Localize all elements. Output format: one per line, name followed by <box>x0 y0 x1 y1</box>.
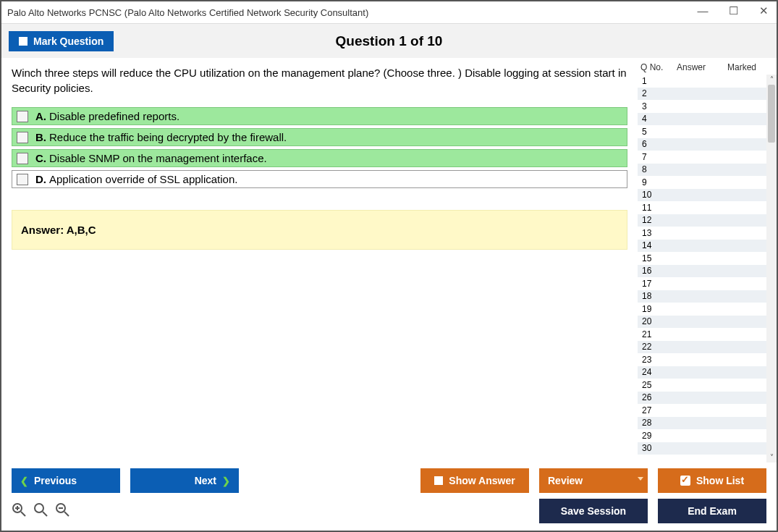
qlist-row[interactable]: 3 <box>638 100 766 113</box>
qlist-row[interactable]: 21 <box>638 328 766 341</box>
question-panel: Winch three steps will reduce the CPU ut… <box>1 58 638 463</box>
option-B[interactable]: B.Reduce the traffic being decrypted by … <box>12 128 627 146</box>
review-label: Review <box>548 475 583 486</box>
qlist-row[interactable]: 1 <box>638 75 766 88</box>
qlist-row[interactable]: 28 <box>638 417 766 430</box>
qlist-row[interactable]: 6 <box>638 138 766 151</box>
qlist-row[interactable]: 12 <box>638 214 766 227</box>
option-C[interactable]: C.Disable SNMP on the management interfa… <box>12 149 627 167</box>
window-controls: — ☐ ✕ <box>694 4 772 17</box>
chevron-right-icon: ❯ <box>222 476 230 486</box>
answer-box: Answer: A,B,C <box>12 210 627 250</box>
col-answer: Answer <box>677 62 727 72</box>
qlist-row[interactable]: 11 <box>638 201 766 214</box>
save-session-label: Save Session <box>561 505 626 517</box>
chevron-down-icon <box>638 477 643 481</box>
qlist-row[interactable]: 10 <box>638 189 766 202</box>
qlist-row[interactable]: 17 <box>638 277 766 290</box>
qlist-row[interactable]: 24 <box>638 366 766 379</box>
option-D[interactable]: D.Application override of SSL applicatio… <box>12 170 627 188</box>
qlist-row[interactable]: 20 <box>638 316 766 329</box>
end-exam-button[interactable]: End Exam <box>658 499 766 523</box>
show-list-button[interactable]: Show List <box>658 468 766 493</box>
qlist-row[interactable]: 4 <box>638 113 766 126</box>
mark-question-button[interactable]: Mark Question <box>9 31 114 51</box>
qlist-row[interactable]: 29 <box>638 429 766 442</box>
qlist-row[interactable]: 14 <box>638 240 766 253</box>
qlist-row[interactable]: 26 <box>638 392 766 405</box>
answer-label: Answer: A,B,C <box>21 224 96 236</box>
qlist-row[interactable]: 5 <box>638 125 766 138</box>
question-text: Winch three steps will reduce the CPU ut… <box>12 65 627 96</box>
qlist-row[interactable]: 25 <box>638 379 766 392</box>
option-key: C. <box>35 152 46 164</box>
previous-label: Previous <box>34 475 77 486</box>
qlist-row[interactable]: 8 <box>638 164 766 177</box>
show-answer-label: Show Answer <box>449 475 515 486</box>
maximize-icon[interactable]: ☐ <box>724 4 742 17</box>
qlist-row[interactable]: 9 <box>638 176 766 189</box>
option-text: Disable predefined reports. <box>49 110 179 122</box>
col-marked: Marked <box>727 62 774 72</box>
footer: ❮ Previous Next ❯ Show Answer Review Sho… <box>1 463 777 531</box>
show-answer-button[interactable]: Show Answer <box>420 468 529 493</box>
header-strip: Mark Question Question 1 of 10 <box>1 23 777 58</box>
mark-question-label: Mark Question <box>33 35 103 47</box>
qlist-row[interactable]: 7 <box>638 151 766 164</box>
option-text: Application override of SSL application. <box>49 173 237 185</box>
save-session-button[interactable]: Save Session <box>539 499 648 523</box>
qlist-row[interactable]: 2 <box>638 88 766 101</box>
zoom-out-icon[interactable] <box>55 502 69 520</box>
show-list-label: Show List <box>696 475 744 486</box>
svg-point-4 <box>35 504 43 512</box>
qlist-row[interactable]: 19 <box>638 303 766 316</box>
check-icon <box>680 476 690 486</box>
checkbox-icon[interactable] <box>17 111 28 122</box>
checkbox-icon[interactable] <box>17 132 28 143</box>
qlist-row[interactable]: 23 <box>638 353 766 366</box>
option-text: Reduce the traffic being decrypted by th… <box>49 131 287 143</box>
qlist-row[interactable]: 16 <box>638 265 766 278</box>
scrollbar[interactable]: ˄ ˅ <box>766 75 777 463</box>
review-button[interactable]: Review <box>539 468 648 493</box>
question-list-sidebar: Q No. Answer Marked 12345678910111213141… <box>638 58 777 463</box>
sidebar-list: 1234567891011121314151617181920212223242… <box>638 75 777 463</box>
content-area: Winch three steps will reduce the CPU ut… <box>1 58 777 463</box>
scroll-up-icon[interactable]: ˄ <box>766 75 777 85</box>
zoom-controls <box>12 502 69 520</box>
next-button[interactable]: Next ❯ <box>130 468 239 493</box>
qlist-row[interactable]: 27 <box>638 404 766 417</box>
option-key: D. <box>35 173 46 185</box>
square-icon <box>434 476 443 485</box>
next-label: Next <box>195 475 216 486</box>
zoom-reset-icon[interactable] <box>33 502 48 520</box>
square-icon <box>19 37 28 46</box>
titlebar: Palo Alto Networks PCNSC (Palo Alto Netw… <box>1 1 777 23</box>
qlist-row[interactable]: 15 <box>638 252 766 265</box>
qlist-row[interactable]: 22 <box>638 341 766 354</box>
option-text: Disable SNMP on the management interface… <box>49 152 267 164</box>
col-qno: Q No. <box>640 62 677 72</box>
previous-button[interactable]: ❮ Previous <box>12 468 120 493</box>
qlist-row[interactable]: 13 <box>638 227 766 240</box>
svg-line-5 <box>43 512 47 516</box>
footer-row-2: Save Session End Exam <box>12 499 766 523</box>
qlist-row[interactable]: 30 <box>638 442 766 455</box>
window-title: Palo Alto Networks PCNSC (Palo Alto Netw… <box>7 7 368 18</box>
end-exam-label: End Exam <box>688 505 737 517</box>
checkbox-icon[interactable] <box>17 153 28 164</box>
zoom-in-icon[interactable] <box>12 502 26 520</box>
checkbox-icon[interactable] <box>17 174 28 185</box>
options-list: A.Disable predefined reports.B.Reduce th… <box>12 107 627 188</box>
svg-line-7 <box>64 512 69 516</box>
scroll-down-icon[interactable]: ˅ <box>766 452 777 463</box>
option-A[interactable]: A.Disable predefined reports. <box>12 107 627 125</box>
qlist-row[interactable]: 18 <box>638 290 766 303</box>
footer-row-1: ❮ Previous Next ❯ Show Answer Review Sho… <box>12 468 766 493</box>
close-icon[interactable]: ✕ <box>755 4 772 17</box>
chevron-left-icon: ❮ <box>20 476 28 486</box>
minimize-icon[interactable]: — <box>694 4 711 17</box>
scroll-thumb[interactable] <box>768 85 775 143</box>
question-counter: Question 1 of 10 <box>336 33 443 49</box>
svg-line-1 <box>21 512 25 516</box>
